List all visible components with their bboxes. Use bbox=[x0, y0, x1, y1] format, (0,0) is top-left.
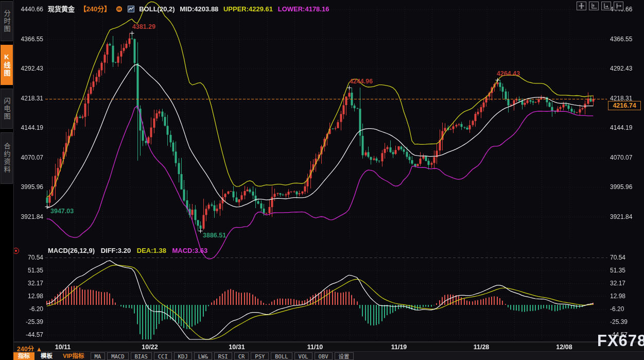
symbol-name: 现货黄金 bbox=[48, 5, 75, 13]
macd-tick-l-0: 70.54 bbox=[15, 254, 43, 261]
boll-indicator-label: BOLL(20,2) bbox=[139, 5, 175, 13]
macd-tick-l-6: -44.57 bbox=[15, 331, 43, 338]
boll-upper-value: UPPER:4229.61 bbox=[223, 5, 273, 13]
toolbar-button-模板[interactable]: 模板 bbox=[37, 352, 57, 360]
boll-lower-value: LOWER:4178.16 bbox=[278, 5, 329, 13]
macd-header: MACD(26,12,9) DIFF:3.20 DEA:1.38 MACD:3.… bbox=[48, 247, 212, 254]
date-label: 10/22 bbox=[142, 344, 158, 351]
price-tick-l-7: 3921.84 bbox=[15, 213, 43, 220]
date-label: 11/10 bbox=[307, 344, 323, 351]
price-tick-r-1: 4366.55 bbox=[610, 36, 638, 43]
low-price-annotation: 3947.03 bbox=[50, 208, 74, 215]
toolbar-button-BIAS[interactable]: BIAS bbox=[131, 352, 152, 360]
y-axis-scale-icon[interactable] bbox=[589, 2, 599, 10]
toolbar-button-LW&[interactable]: LW& bbox=[194, 352, 212, 360]
macd-tick-l-2: 32.17 bbox=[15, 280, 43, 287]
date-label: 10/31 bbox=[229, 344, 245, 351]
fx678-watermark: FX678 bbox=[597, 332, 644, 350]
macd-tick-l-5: -25.39 bbox=[15, 318, 43, 325]
high-price-annotation: 4244.96 bbox=[350, 78, 373, 85]
pan-crosshair-icon[interactable] bbox=[577, 2, 586, 10]
chart-tool-icons bbox=[577, 2, 623, 10]
price-tick-r-4: 4144.19 bbox=[610, 124, 638, 131]
date-axis-row: 240分 ▲ 10/1110/2210/3111/1011/1911/2812/… bbox=[13, 342, 644, 352]
macd-indicator-label: MACD(26,12,9) bbox=[48, 247, 95, 254]
indicator-toolbar: 指标模板VIP指标MAMACDBIASCCIKDJLW&RSICRPSYBOLL… bbox=[13, 351, 644, 360]
price-tick-l-1: 4366.55 bbox=[15, 36, 43, 43]
period-tag: 【240分】 bbox=[80, 5, 111, 13]
macd-tick-r-1: 51.35 bbox=[610, 267, 638, 274]
date-label: 10/11 bbox=[55, 344, 71, 351]
x-axis-scale-icon[interactable] bbox=[601, 2, 611, 10]
date-label: 12/08 bbox=[556, 344, 572, 351]
price-tick-r-2: 4292.43 bbox=[610, 65, 638, 72]
price-tick-l-0: 4440.66 bbox=[15, 6, 43, 13]
toolbar-button-MA[interactable]: MA bbox=[91, 352, 106, 360]
chart-header: 现货黄金 【240分】 BOLL(20,2) MID:4203.88 UPPER… bbox=[48, 4, 332, 14]
toolbar-button-CR[interactable]: CR bbox=[234, 352, 249, 360]
sidebar-tab-contract-info[interactable]: 合约资料 bbox=[1, 132, 13, 184]
price-tick-l-6: 3995.96 bbox=[15, 183, 43, 191]
sidebar-tab-kline-chart[interactable]: K线图 bbox=[1, 45, 13, 85]
chart-window: 现货黄金 【240分】 BOLL(20,2) MID:4203.88 UPPER… bbox=[0, 0, 644, 360]
high-price-annotation: 4264.43 bbox=[497, 70, 520, 77]
toolbar-button-MACD[interactable]: MACD bbox=[107, 352, 128, 360]
indicator-settings-icon[interactable] bbox=[128, 6, 134, 14]
toolbar-button-设置[interactable]: 设置 bbox=[335, 352, 354, 360]
macd-tick-l-4: -6.20 bbox=[15, 305, 43, 313]
toolbar-button-KDJ[interactable]: KDJ bbox=[174, 352, 192, 360]
toolbar-button-CCI[interactable]: CCI bbox=[154, 352, 172, 360]
macd-diff-value: DIFF:3.20 bbox=[101, 247, 131, 254]
sidebar-tab-time-chart[interactable]: 分时图 bbox=[1, 1, 13, 41]
low-price-annotation: 3886.51 bbox=[203, 232, 226, 239]
macd-tick-r-4: -6.20 bbox=[610, 305, 638, 313]
price-tick-l-4: 4144.19 bbox=[15, 124, 43, 131]
collapse-circle-icon[interactable] bbox=[116, 6, 123, 14]
toolbar-button-VIP指标[interactable]: VIP指标 bbox=[59, 352, 89, 360]
macd-tick-r-5: -25.39 bbox=[610, 318, 638, 325]
price-tick-r-6: 3995.96 bbox=[610, 183, 638, 191]
toolbar-button-RSI[interactable]: RSI bbox=[214, 352, 232, 360]
date-label: 11/28 bbox=[474, 344, 490, 351]
toolbar-button-OBV[interactable]: OBV bbox=[315, 352, 333, 360]
macd-tick-l-1: 51.35 bbox=[15, 267, 43, 274]
candlestick-chart-canvas[interactable] bbox=[0, 0, 644, 360]
sidebar-tab-lightning-chart[interactable]: 闪电图 bbox=[1, 89, 13, 129]
macd-tick-l-3: 12.98 bbox=[15, 293, 43, 300]
macd-tick-r-0: 70.54 bbox=[610, 254, 638, 261]
price-tick-r-7: 3921.84 bbox=[610, 213, 638, 220]
date-label: 11/19 bbox=[391, 344, 407, 351]
toolbar-button-指标[interactable]: 指标 bbox=[13, 352, 34, 360]
price-tick-r-5: 4070.07 bbox=[610, 154, 638, 161]
macd-tick-r-3: 12.98 bbox=[610, 293, 638, 300]
high-price-annotation: 4381.29 bbox=[132, 23, 155, 30]
boll-mid-value: MID:4203.88 bbox=[180, 5, 218, 13]
macd-macd-value: MACD:3.63 bbox=[172, 247, 208, 254]
shift-right-icon[interactable] bbox=[614, 2, 623, 10]
last-price-badge: 4216.74 bbox=[608, 101, 641, 110]
macd-dea-value: DEA:1.38 bbox=[137, 247, 166, 254]
price-tick-l-2: 4292.43 bbox=[15, 65, 43, 72]
toolbar-button-PSY[interactable]: PSY bbox=[251, 352, 269, 360]
price-tick-l-5: 4070.07 bbox=[15, 154, 43, 161]
macd-tick-r-2: 32.17 bbox=[610, 280, 638, 287]
price-tick-l-3: 4218.31 bbox=[15, 95, 43, 102]
toolbar-button-VOL[interactable]: VOL bbox=[294, 352, 312, 360]
toolbar-button-BOLL[interactable]: BOLL bbox=[271, 352, 292, 360]
chart-type-sidebar: 分时图K线图闪电图合约资料 bbox=[0, 0, 14, 360]
